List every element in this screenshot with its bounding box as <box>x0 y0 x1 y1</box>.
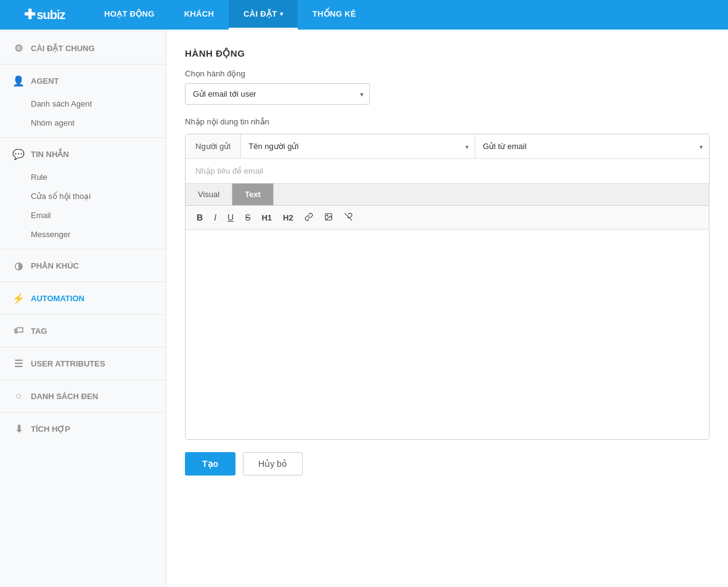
sender-selects: Tên người gửi ▾ Gửi từ email ▾ <box>241 134 709 158</box>
create-button[interactable]: Tạo <box>185 452 235 476</box>
sidebar-item-messenger[interactable]: Messenger <box>31 225 166 244</box>
sidebar-label-danh-sach-den: DANH SÁCH ĐEN <box>31 392 98 401</box>
bolt-icon: ⚡ <box>12 292 25 304</box>
download-icon: ⬇ <box>12 423 25 435</box>
logo-text: subiz <box>36 8 65 22</box>
top-navigation: ✚ subiz HOẠT ĐỘNG KHÁCH CÀI ĐẶT ▾ THỐNG … <box>0 0 728 30</box>
bold-button[interactable]: B <box>193 211 207 224</box>
sidebar-item-danh-sach-den[interactable]: ○ DANH SÁCH ĐEN <box>0 383 166 410</box>
unlink-button[interactable] <box>340 211 356 224</box>
sidebar-section-cai-dat-chung: ⚙ CÀI ĐẶT CHUNG <box>0 34 166 62</box>
sender-email-select[interactable]: Gửi từ email <box>475 134 709 158</box>
sidebar-item-cua-so-hoi-thoai[interactable]: Cửa số hội thoại <box>31 187 166 206</box>
block-icon: ○ <box>12 390 25 402</box>
sidebar-item-email[interactable]: Email <box>31 206 166 225</box>
sidebar-section-tag: 🏷 TAG <box>0 317 166 344</box>
nav-items: HOẠT ĐỘNG KHÁCH CÀI ĐẶT ▾ THỐNG KÊ <box>89 0 371 30</box>
divider-6 <box>0 347 166 347</box>
subject-input[interactable] <box>186 159 709 183</box>
sidebar-item-tich-hop[interactable]: ⬇ TÍCH HỢP <box>0 415 166 442</box>
nav-khach[interactable]: KHÁCH <box>170 0 229 30</box>
editor-tabs: Visual Text <box>186 184 709 206</box>
divider-5 <box>0 314 166 315</box>
sidebar-item-tin-nhan[interactable]: 💬 TIN NHẮN <box>0 140 166 168</box>
sidebar-label-agent: AGENT <box>31 76 59 86</box>
sidebar-section-danh-sach-den: ○ DANH SÁCH ĐEN <box>0 383 166 410</box>
sidebar-label-cai-dat-chung: CÀI ĐẶT CHUNG <box>31 44 95 53</box>
sender-name-wrap: Tên người gửi ▾ <box>241 134 475 158</box>
editor-toolbar: B I U S H1 H2 <box>186 206 709 230</box>
sidebar-section-user-attributes: ☰ USER ATTRIBUTES <box>0 350 166 377</box>
sidebar-item-nhom-agent[interactable]: Nhóm agent <box>31 113 166 132</box>
logo[interactable]: ✚ subiz <box>0 0 89 30</box>
sender-name-select[interactable]: Tên người gửi <box>241 134 475 158</box>
choose-action-label: Chọn hành động <box>185 69 710 78</box>
sidebar-section-tich-hop: ⬇ TÍCH HỢP <box>0 415 166 442</box>
message-content-label: Nhập nội dung tin nhắn <box>185 117 710 126</box>
divider-2 <box>0 137 166 138</box>
underline-button[interactable]: U <box>224 211 237 224</box>
editor-area[interactable] <box>186 230 709 439</box>
chat-icon: 💬 <box>12 148 25 160</box>
italic-button[interactable]: I <box>210 211 220 224</box>
divider-7 <box>0 379 166 380</box>
sidebar-section-automation: ⚡ AUTOMATION <box>0 285 166 312</box>
sender-row: Người gửi Tên người gửi ▾ Gửi từ email ▾ <box>186 134 709 159</box>
sidebar-label-user-attributes: USER ATTRIBUTES <box>31 359 105 368</box>
nav-cai-dat[interactable]: CÀI ĐẶT ▾ <box>229 0 298 30</box>
subject-row <box>186 159 709 184</box>
tab-text[interactable]: Text <box>232 184 274 205</box>
sender-label: Người gửi <box>186 134 241 158</box>
sidebar-sub-tin-nhan: Rule Cửa số hội thoại Email Messenger <box>0 168 166 246</box>
image-button[interactable] <box>321 211 337 224</box>
section-title: HÀNH ĐỘNG <box>185 48 710 59</box>
sidebar-item-phan-khuc[interactable]: ◑ PHÂN KHÚC <box>0 252 166 279</box>
sidebar-sub-agent: Danh sách Agent Nhóm agent <box>0 94 166 135</box>
divider-8 <box>0 412 166 413</box>
divider-1 <box>0 64 166 65</box>
sidebar-item-cai-dat-chung[interactable]: ⚙ CÀI ĐẶT CHUNG <box>0 34 166 62</box>
sidebar-section-phan-khuc: ◑ PHÂN KHÚC <box>0 252 166 279</box>
action-buttons: Tạo Hủy bỏ <box>185 452 710 476</box>
page-layout: ⚙ CÀI ĐẶT CHUNG 👤 AGENT Danh sách Agent … <box>0 30 728 587</box>
sidebar-item-agent[interactable]: 👤 AGENT <box>0 67 166 94</box>
table-icon: ☰ <box>12 357 25 370</box>
sidebar-item-tag[interactable]: 🏷 TAG <box>0 317 166 344</box>
nav-thong-ke[interactable]: THỐNG KÊ <box>298 0 371 30</box>
pie-icon: ◑ <box>12 259 25 272</box>
sidebar-section-tin-nhan: 💬 TIN NHẮN Rule Cửa số hội thoại Email M… <box>0 140 166 246</box>
sidebar: ⚙ CÀI ĐẶT CHUNG 👤 AGENT Danh sách Agent … <box>0 30 166 587</box>
sender-email-wrap: Gửi từ email ▾ <box>475 134 709 158</box>
sidebar-item-user-attributes[interactable]: ☰ USER ATTRIBUTES <box>0 350 166 377</box>
sidebar-label-tin-nhan: TIN NHẮN <box>31 150 69 159</box>
link-button[interactable] <box>301 211 317 224</box>
h2-button[interactable]: H2 <box>279 212 297 224</box>
nav-hoat-dong[interactable]: HOẠT ĐỘNG <box>89 0 170 30</box>
divider-3 <box>0 249 166 249</box>
gear-icon: ⚙ <box>12 42 25 54</box>
cai-dat-caret: ▾ <box>280 10 283 17</box>
logo-plus: ✚ <box>24 7 35 23</box>
sidebar-item-rule[interactable]: Rule <box>31 168 166 187</box>
email-composer: Người gửi Tên người gửi ▾ Gửi từ email ▾ <box>185 134 710 440</box>
action-select[interactable]: Gửi email tới user Gửi tin nhắn Gán agen… <box>185 83 370 105</box>
sidebar-label-tag: TAG <box>31 326 47 336</box>
sidebar-label-automation: AUTOMATION <box>31 294 84 303</box>
user-icon: 👤 <box>12 75 25 87</box>
sidebar-section-agent: 👤 AGENT Danh sách Agent Nhóm agent <box>0 67 166 135</box>
sidebar-item-automation[interactable]: ⚡ AUTOMATION <box>0 285 166 312</box>
h1-button[interactable]: H1 <box>258 212 276 224</box>
action-select-wrapper: Gửi email tới user Gửi tin nhắn Gán agen… <box>185 83 370 105</box>
svg-point-1 <box>327 215 328 216</box>
tag-icon: 🏷 <box>12 325 25 337</box>
main-content: HÀNH ĐỘNG Chọn hành động Gửi email tới u… <box>166 30 728 587</box>
divider-4 <box>0 281 166 282</box>
sidebar-label-phan-khuc: PHÂN KHÚC <box>31 261 79 270</box>
cancel-button[interactable]: Hủy bỏ <box>243 452 303 476</box>
strikethrough-button[interactable]: S <box>241 211 254 224</box>
sidebar-item-danh-sach-agent[interactable]: Danh sách Agent <box>31 94 166 113</box>
tab-visual[interactable]: Visual <box>186 184 232 205</box>
sidebar-label-tich-hop: TÍCH HỢP <box>31 424 70 434</box>
